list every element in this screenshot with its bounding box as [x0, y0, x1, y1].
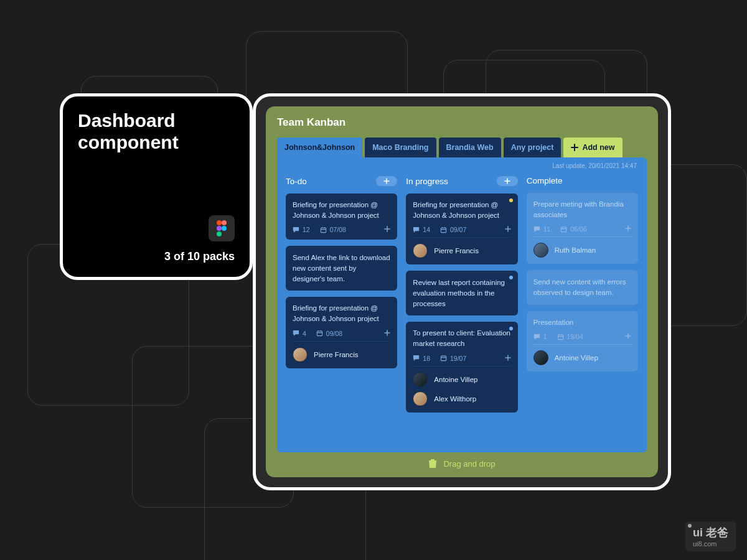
assignee: Alex Wilthorp	[413, 391, 510, 406]
comments-count: 14	[413, 226, 430, 233]
card-add-button[interactable]	[625, 225, 631, 233]
plus-icon	[504, 178, 510, 184]
avatar	[293, 347, 308, 362]
comments-count: 1	[533, 333, 547, 340]
comments-count: 11	[533, 225, 551, 233]
card-add-button[interactable]	[384, 330, 390, 337]
svg-point-3	[222, 226, 227, 231]
plus-icon	[625, 333, 631, 339]
assignee: Pierre Francis	[413, 243, 510, 258]
last-update: Last update, 20/01/2021 14:47	[552, 162, 637, 169]
svg-rect-6	[317, 331, 322, 335]
kanban-card[interactable]: Briefing for presentation @ Johnson & Jo…	[406, 194, 517, 264]
comment-icon	[413, 355, 420, 362]
calendar-icon	[560, 226, 567, 233]
assignee: Pierre Francis	[293, 347, 390, 362]
svg-point-1	[222, 220, 227, 225]
svg-rect-10	[558, 335, 563, 339]
board-panel: Last update, 20/01/2021 14:47 To-do Brie…	[277, 157, 647, 452]
status-indicator	[509, 276, 513, 279]
column-complete: Complete Prepare meting with Brandia ass…	[527, 176, 638, 444]
svg-rect-8	[441, 356, 446, 360]
kanban-card[interactable]: Briefing for presentation @ Johnson & Jo…	[286, 194, 397, 240]
kanban-card[interactable]: Send Alex the link to download new conte…	[286, 246, 397, 291]
card-date: 19/07	[440, 355, 466, 362]
kanban-card[interactable]: To present to client: Evaluation market …	[406, 322, 517, 412]
tab-add-new[interactable]: Add new	[563, 138, 622, 157]
card-add-button[interactable]	[625, 333, 631, 340]
kanban-card[interactable]: Briefing for presentation @ Johnson & Jo…	[286, 297, 397, 368]
add-card-button[interactable]	[497, 176, 518, 186]
column-title: In progress	[406, 177, 448, 186]
card-add-button[interactable]	[384, 226, 390, 233]
info-card-title: Dashboard component	[78, 110, 235, 153]
kanban-card[interactable]: Send new content with errors observed to…	[527, 270, 638, 304]
avatar	[413, 243, 428, 258]
drop-zone[interactable]: Drag and drop	[277, 452, 647, 470]
plus-icon	[384, 226, 390, 232]
plus-icon	[625, 225, 631, 231]
comments-count: 12	[293, 226, 310, 233]
plus-icon	[383, 178, 390, 184]
tab-maco-branding[interactable]: Maco Branding	[365, 138, 436, 157]
plus-icon	[505, 355, 511, 361]
assignee: Antoine Villep	[533, 350, 631, 365]
comments-count: 4	[293, 330, 306, 337]
status-indicator	[509, 327, 513, 330]
card-date: 09/07	[440, 226, 466, 233]
calendar-icon	[557, 334, 564, 340]
assignee: Antoine Villep	[413, 372, 510, 387]
avatar	[533, 243, 548, 258]
comment-icon	[413, 226, 420, 233]
kanban-card[interactable]: Prepare meting with Brandia associates 1…	[527, 193, 638, 264]
card-date: 19/04	[557, 333, 583, 340]
tab-brandia-web[interactable]: Brandia Web	[439, 138, 501, 157]
calendar-icon	[320, 226, 327, 233]
calendar-icon	[316, 330, 323, 337]
kanban-board: Team Kanban Johnson&Johnson Maco Brandin…	[266, 106, 658, 477]
figma-icon	[209, 215, 235, 241]
svg-point-4	[217, 231, 222, 236]
avatar	[413, 372, 428, 387]
status-indicator	[509, 198, 513, 202]
column-title: Complete	[527, 176, 563, 185]
assignee: Ruth Balman	[533, 243, 631, 258]
card-date: 09/08	[316, 330, 342, 337]
app-window: Team Kanban Johnson&Johnson Maco Brandin…	[253, 93, 671, 490]
svg-rect-5	[321, 228, 326, 232]
comments-count: 18	[413, 355, 430, 362]
column-todo: To-do Briefing for presentation @ Johnso…	[286, 176, 397, 444]
info-card: Dashboard component 3 of 10 packs	[60, 93, 253, 280]
plus-icon	[505, 226, 511, 232]
card-date: 06/06	[560, 225, 586, 233]
tab-any-project[interactable]: Any project	[504, 138, 561, 157]
comment-icon	[293, 330, 299, 337]
avatar	[413, 391, 428, 406]
svg-point-0	[217, 220, 222, 225]
card-add-button[interactable]	[505, 226, 511, 233]
card-date: 07/08	[320, 226, 346, 233]
watermark: ui 老爸 ui8.com	[685, 521, 736, 551]
comment-icon	[293, 226, 299, 233]
comment-icon	[533, 334, 540, 340]
kanban-card[interactable]: Presentation 1 19/04	[527, 311, 638, 372]
tab-johnson[interactable]: Johnson&Johnson	[277, 138, 362, 157]
add-card-button[interactable]	[376, 176, 397, 186]
calendar-icon	[440, 355, 447, 362]
column-in-progress: In progress Briefing for presentation @ …	[406, 176, 517, 444]
avatar	[533, 350, 548, 365]
plus-icon	[571, 144, 578, 151]
board-title: Team Kanban	[277, 116, 647, 129]
card-add-button[interactable]	[505, 355, 511, 362]
plus-icon	[384, 330, 390, 336]
trash-icon	[428, 459, 437, 469]
comment-icon	[533, 226, 540, 233]
packs-count: 3 of 10 packs	[164, 250, 235, 263]
project-tabs: Johnson&Johnson Maco Branding Brandia We…	[277, 138, 647, 157]
svg-point-2	[217, 226, 222, 231]
calendar-icon	[440, 226, 447, 233]
column-title: To-do	[286, 177, 307, 186]
kanban-card[interactable]: Review last report containing evaluation…	[406, 271, 517, 315]
svg-rect-7	[441, 228, 446, 232]
svg-rect-9	[561, 227, 566, 231]
